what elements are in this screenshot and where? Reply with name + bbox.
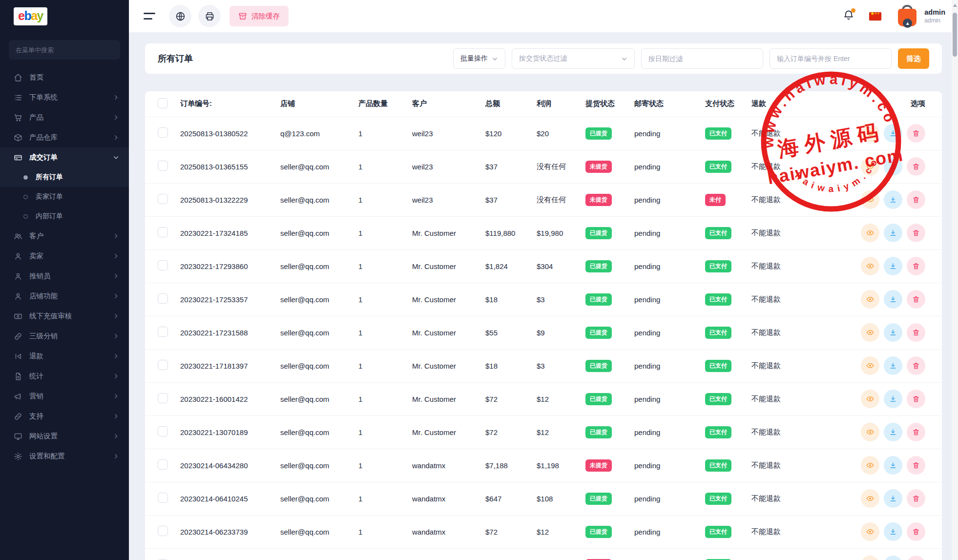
- delete-order-button[interactable]: [907, 224, 925, 242]
- scrollbar-thumb[interactable]: [953, 13, 957, 57]
- sidebar-item-store-features[interactable]: 店铺功能: [0, 286, 129, 306]
- sidebar-subitem-seller-orders[interactable]: 卖家订单: [0, 187, 129, 207]
- sidebar-subitem-all-orders[interactable]: 所有订单: [0, 167, 129, 187]
- delete-order-button[interactable]: [907, 423, 925, 441]
- download-order-button[interactable]: [884, 157, 902, 176]
- row-checkbox[interactable]: [158, 393, 168, 403]
- view-order-button[interactable]: [861, 224, 879, 242]
- download-order-button[interactable]: [884, 124, 902, 143]
- sidebar-item-order-system[interactable]: 下单系统: [0, 87, 129, 107]
- pickup-status-badge: 已提货: [585, 393, 612, 405]
- view-order-button[interactable]: [861, 124, 879, 143]
- sidebar-item-offline-recharge[interactable]: 线下充值审核: [0, 306, 129, 326]
- delete-order-button[interactable]: [907, 323, 925, 342]
- order-number-input[interactable]: [770, 48, 892, 69]
- row-checkbox[interactable]: [158, 526, 168, 536]
- row-checkbox[interactable]: [158, 459, 168, 470]
- download-order-button[interactable]: [884, 456, 902, 475]
- download-order-button[interactable]: [884, 556, 902, 560]
- sidebar-item-distribution[interactable]: 三级分销: [0, 326, 129, 346]
- delivery-status-filter-dropdown[interactable]: 按交货状态过滤: [512, 48, 635, 69]
- row-checkbox[interactable]: [158, 227, 168, 237]
- notifications-button[interactable]: [843, 9, 854, 23]
- sidebar-item-home[interactable]: 首页: [0, 67, 129, 87]
- row-checkbox[interactable]: [158, 194, 168, 204]
- date-filter-input[interactable]: [641, 48, 763, 69]
- sidebar-item-warehouse[interactable]: 产品仓库: [0, 127, 129, 147]
- delete-order-button[interactable]: [907, 257, 925, 275]
- row-checkbox[interactable]: [158, 426, 168, 436]
- sidebar-item-orders[interactable]: 成交订单: [0, 147, 129, 167]
- view-order-button[interactable]: [861, 290, 879, 309]
- rewind-icon: [14, 352, 22, 361]
- row-checkbox[interactable]: [158, 260, 168, 270]
- download-order-button[interactable]: [884, 356, 902, 375]
- row-checkbox[interactable]: [158, 161, 168, 171]
- download-order-button[interactable]: [884, 489, 902, 508]
- sidebar-item-promoters[interactable]: 推销员: [0, 266, 129, 286]
- delete-order-button[interactable]: [907, 190, 925, 209]
- view-order-button[interactable]: [861, 556, 879, 560]
- user-avatar[interactable]: ▲: [896, 5, 918, 27]
- bulk-actions-dropdown[interactable]: 批量操作: [453, 48, 505, 69]
- product-qty: 1: [358, 216, 412, 249]
- download-order-button[interactable]: [884, 290, 902, 309]
- filter-button[interactable]: 筛选: [898, 48, 929, 69]
- clear-cache-button[interactable]: 清除缓存: [229, 6, 289, 26]
- download-order-button[interactable]: [884, 224, 902, 242]
- view-order-button[interactable]: [861, 489, 879, 508]
- menu-toggle-icon[interactable]: [144, 13, 156, 20]
- delete-order-button[interactable]: [907, 390, 925, 408]
- sidebar-item-products[interactable]: 产品: [0, 107, 129, 127]
- sidebar-item-refund[interactable]: 退款: [0, 346, 129, 366]
- customer: Mr. Customer: [412, 216, 485, 249]
- print-button[interactable]: [198, 5, 221, 27]
- sidebar-item-settings[interactable]: 设置和配置: [0, 446, 129, 466]
- view-order-button[interactable]: [861, 456, 879, 475]
- download-order-button[interactable]: [884, 190, 902, 209]
- user-info[interactable]: admin admin: [924, 8, 945, 24]
- view-order-button[interactable]: [861, 356, 879, 375]
- language-globe-button[interactable]: [169, 5, 191, 27]
- delete-order-button[interactable]: [907, 522, 925, 541]
- refund-status: 不能退款: [751, 316, 834, 349]
- row-checkbox[interactable]: [158, 127, 168, 138]
- scroll-up-arrow[interactable]: [953, 4, 957, 7]
- logo-area[interactable]: ebay: [0, 0, 129, 32]
- sidebar-item-support[interactable]: 支持: [0, 406, 129, 426]
- sidebar-item-customers[interactable]: 客户: [0, 226, 129, 246]
- view-order-button[interactable]: [861, 257, 879, 275]
- sidebar-item-site-settings[interactable]: 网站设置: [0, 426, 129, 446]
- menu-search-input[interactable]: [9, 40, 120, 60]
- row-checkbox[interactable]: [158, 493, 168, 503]
- delete-order-button[interactable]: [907, 124, 925, 143]
- delete-order-button[interactable]: [907, 356, 925, 375]
- view-order-button[interactable]: [861, 522, 879, 541]
- delete-order-button[interactable]: [907, 489, 925, 508]
- delete-order-button[interactable]: [907, 556, 925, 560]
- sidebar-item-marketing[interactable]: 营销: [0, 386, 129, 406]
- view-order-button[interactable]: [861, 323, 879, 342]
- eye-icon: [866, 395, 874, 403]
- page-scrollbar[interactable]: [952, 0, 958, 560]
- download-order-button[interactable]: [884, 522, 902, 541]
- select-all-checkbox[interactable]: [158, 98, 168, 108]
- row-checkbox[interactable]: [158, 327, 168, 337]
- download-order-button[interactable]: [884, 323, 902, 342]
- download-order-button[interactable]: [884, 257, 902, 275]
- delete-order-button[interactable]: [907, 290, 925, 309]
- view-order-button[interactable]: [861, 157, 879, 176]
- view-order-button[interactable]: [861, 423, 879, 441]
- sidebar-item-stats[interactable]: 统计: [0, 366, 129, 386]
- download-order-button[interactable]: [884, 390, 902, 408]
- row-checkbox[interactable]: [158, 293, 168, 304]
- view-order-button[interactable]: [861, 390, 879, 408]
- sidebar-subitem-internal-orders[interactable]: 内部订单: [0, 207, 129, 226]
- view-order-button[interactable]: [861, 190, 879, 209]
- download-order-button[interactable]: [884, 423, 902, 441]
- delete-order-button[interactable]: [907, 456, 925, 475]
- language-flag-cn[interactable]: ★ ★★: [869, 12, 881, 21]
- sidebar-item-sellers[interactable]: 卖家: [0, 246, 129, 266]
- row-checkbox[interactable]: [158, 360, 168, 370]
- delete-order-button[interactable]: [907, 157, 925, 176]
